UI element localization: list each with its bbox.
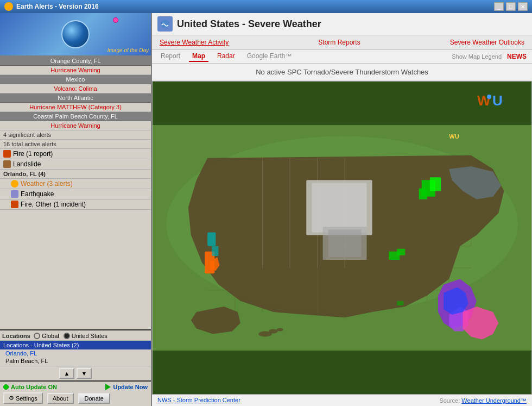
svg-text:U: U [492, 92, 503, 109]
source-label: Source: [439, 397, 461, 404]
alert-sub-3[interactable]: Hurricane Warning [0, 121, 151, 130]
sub-tab-radar[interactable]: Radar [214, 51, 238, 62]
fire-icon [3, 150, 11, 158]
alert-sub-2[interactable]: Hurricane MATTHEW (Category 3) [0, 103, 151, 112]
alert-header-3[interactable]: Coastal Palm Beach County, FL [0, 112, 151, 121]
sub-tab-map[interactable]: Map [189, 51, 208, 62]
donate-button[interactable]: Donate [78, 393, 110, 404]
locations-tabs: Locations Global United States [0, 332, 151, 341]
svg-rect-30 [397, 249, 405, 255]
location-event-landslide[interactable]: Landslide [0, 159, 151, 170]
app-icon [4, 2, 13, 11]
svg-text:WU: WU [449, 133, 459, 140]
svg-rect-28 [419, 188, 427, 199]
alert-sub-0[interactable]: Hurricane Warning [0, 66, 151, 75]
watch-banner: No active SPC Tornado/Severe Thunderstor… [152, 64, 532, 81]
svg-rect-25 [328, 229, 362, 257]
wu-logo: W U [477, 92, 510, 112]
update-now-button[interactable]: Update Now [105, 384, 148, 390]
news-tab[interactable]: NEWS [507, 53, 527, 60]
locations-list-header: Locations - United States (2) [0, 341, 151, 349]
alerts-list: Orange County, FL Hurricane Warning Mexi… [0, 57, 151, 329]
weather-header-icon [157, 16, 173, 32]
footer-map: NWS - Storm Prediction Center Source: We… [152, 395, 532, 406]
tab-storm-reports[interactable]: Storm Reports [316, 38, 362, 47]
panel-controls: ▲ ▼ [0, 366, 151, 380]
orlando-weather-label: Weather (3 alerts) [21, 180, 73, 188]
about-button[interactable]: About [47, 393, 74, 404]
bottom-buttons: ⚙ Settings About Donate [3, 392, 148, 404]
orlando-fire-label: Fire, Other (1 incident) [21, 201, 86, 208]
bottom-controls: Auto Update ON Update Now ⚙ Settings Abo… [0, 380, 151, 406]
window-title: Earth Alerts - Version 2016 [16, 3, 99, 10]
alert-header-2[interactable]: North Atlantic [0, 93, 151, 103]
svg-rect-33 [212, 246, 218, 256]
gear-icon: ⚙ [9, 395, 14, 402]
orlando-earthquake[interactable]: Earthquake [0, 189, 151, 199]
play-icon [105, 384, 111, 390]
auto-update-row: Auto Update ON Update Now [3, 384, 148, 390]
orlando-earthquake-label: Earthquake [21, 190, 54, 198]
locations-section: Locations Global United States Locations… [0, 329, 151, 366]
scroll-down-button[interactable]: ▼ [77, 368, 92, 379]
landslide-icon [3, 160, 11, 168]
radio-united-states[interactable]: United States [64, 333, 107, 339]
svg-rect-39 [397, 301, 403, 305]
svg-rect-27 [430, 177, 441, 191]
svg-point-38 [277, 328, 283, 331]
locations-tab-label: Locations [2, 333, 30, 339]
map-container: W U [152, 81, 532, 395]
nav-tabs: Severe Weather Activity Storm Reports Se… [152, 35, 532, 50]
earthquake-icon [11, 190, 18, 198]
radio-us-dot [64, 333, 70, 339]
landslide-event-label: Landslide [13, 160, 41, 168]
close-button[interactable]: ✕ [518, 2, 528, 11]
window-controls: _ □ ✕ [494, 2, 528, 11]
fire-event-label: Fire (1 report) [13, 150, 53, 158]
auto-update-indicator [3, 384, 9, 390]
settings-button[interactable]: ⚙ Settings [3, 392, 43, 404]
orlando-weather[interactable]: Weather (3 alerts) [0, 179, 151, 189]
tab-severe-weather-outlooks[interactable]: Severe Weather Outlooks [448, 38, 527, 47]
alert-header-1[interactable]: Mexico [0, 75, 151, 84]
orlando-section-header[interactable]: Orlando, FL (4) [0, 170, 151, 179]
window-titlebar: Earth Alerts - Version 2016 _ □ ✕ [0, 0, 532, 13]
us-map-svg: WU [153, 82, 531, 394]
location-event-fire[interactable]: Fire (1 report) [0, 149, 151, 159]
orlando-title: Orlando, FL (4) [3, 171, 148, 177]
content-header-title: United States - Severe Weather [177, 18, 321, 30]
svg-point-37 [269, 329, 277, 333]
svg-point-0 [161, 20, 169, 28]
radio-group: Global United States [34, 333, 107, 339]
sub-tabs: Report Map Radar Google Earth™ Show Map … [152, 50, 532, 64]
image-of-day-section: Image of the Day [0, 13, 151, 57]
weather-underground-link[interactable]: Weather Underground™ [461, 397, 527, 404]
location-dot [113, 17, 118, 23]
minimize-button[interactable]: _ [494, 2, 504, 11]
nws-link[interactable]: NWS - Storm Prediction Center [157, 397, 240, 404]
content-header: United States - Severe Weather [152, 13, 532, 35]
total-alerts: 16 total active alerts [0, 140, 151, 149]
left-panel: Image of the Day Orange County, FL Hurri… [0, 13, 152, 406]
scroll-up-button[interactable]: ▲ [59, 368, 74, 379]
image-of-day-label: Image of the Day [107, 47, 149, 53]
tab-severe-weather-activity[interactable]: Severe Weather Activity [157, 38, 231, 47]
location-orlando[interactable]: Orlando, FL [0, 349, 151, 357]
svg-rect-32 [207, 232, 216, 246]
location-palm-beach[interactable]: Palm Beach, FL [0, 357, 151, 365]
significant-alerts: 4 significant alerts [0, 130, 151, 140]
svg-rect-23 [312, 183, 366, 232]
radio-global-dot [34, 333, 40, 339]
radio-global[interactable]: Global [34, 333, 59, 339]
alert-sub-1[interactable]: Volcano: Colima [0, 84, 151, 93]
maximize-button[interactable]: □ [506, 2, 516, 11]
alert-header-0[interactable]: Orange County, FL [0, 57, 151, 66]
show-map-legend[interactable]: Show Map Legend [452, 53, 502, 60]
weather-icon [11, 180, 18, 188]
sub-tab-google-earth[interactable]: Google Earth™ [244, 51, 295, 62]
right-panel: United States - Severe Weather Severe We… [152, 13, 532, 406]
sub-tab-report[interactable]: Report [157, 51, 183, 62]
fire-other-icon [11, 201, 18, 208]
globe-image [61, 20, 90, 48]
orlando-fire[interactable]: Fire, Other (1 incident) [0, 199, 151, 210]
